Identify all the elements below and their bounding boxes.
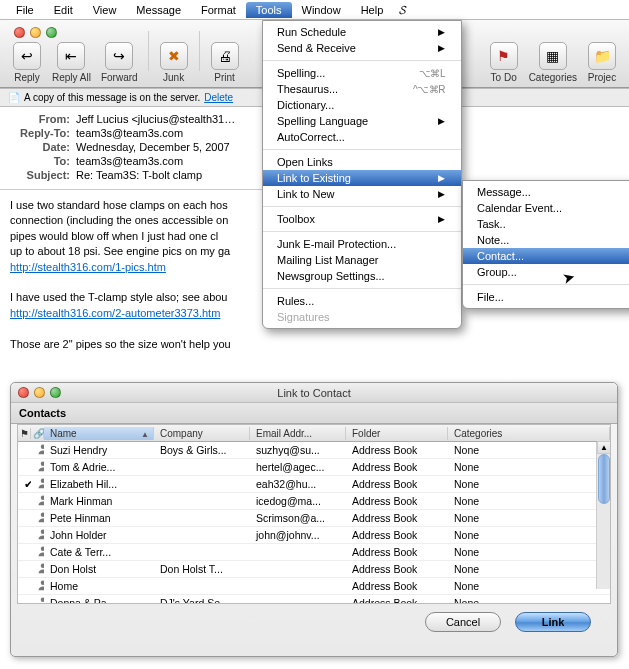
menu-file[interactable]: File xyxy=(6,2,44,18)
cell-flag xyxy=(18,500,31,502)
table-row[interactable]: Pete HinmanScrimson@a...Address BookNone xyxy=(18,510,610,527)
body-line: I have used the T-clamp style also; see … xyxy=(10,291,227,303)
column-company[interactable]: Company xyxy=(154,427,250,440)
menu-signatures[interactable]: Signatures xyxy=(263,309,461,325)
vertical-scrollbar[interactable]: ▲ xyxy=(596,442,610,589)
table-row[interactable]: Suzi HendryBoys & Girls...suzhyq@su...Ad… xyxy=(18,442,610,459)
table-row[interactable]: Tom & Adrie...hertel@agec...Address Book… xyxy=(18,459,610,476)
todo-button[interactable]: ⚑ To Do xyxy=(485,40,523,85)
cell-categories: None xyxy=(448,511,610,525)
column-folder[interactable]: Folder xyxy=(346,427,448,440)
submenu-calendar-event[interactable]: Calendar Event... xyxy=(463,200,629,216)
cell-name: Home xyxy=(44,579,154,593)
submenu-arrow-icon: ▶ xyxy=(438,214,445,224)
tools-menu-dropdown: Run Schedule▶ Send & Receive▶ Spelling..… xyxy=(262,20,462,329)
table-row[interactable]: HomeAddress BookNone xyxy=(18,578,610,595)
menu-run-schedule[interactable]: Run Schedule▶ xyxy=(263,24,461,40)
categories-button[interactable]: ▦ Categories xyxy=(525,40,581,85)
menu-help[interactable]: Help xyxy=(351,2,394,18)
cell-email: eah32@hu... xyxy=(250,477,346,491)
column-email[interactable]: Email Addr... xyxy=(250,427,346,440)
scroll-thumb[interactable] xyxy=(598,454,610,504)
print-button[interactable]: 🖨 Print xyxy=(206,40,244,85)
table-row[interactable]: John Holderjohn@johnv...Address BookNone xyxy=(18,527,610,544)
menu-view[interactable]: View xyxy=(83,2,127,18)
reply-all-button[interactable]: ⇤ Reply All xyxy=(48,40,95,85)
submenu-arrow-icon: ▶ xyxy=(438,43,445,53)
cell-email xyxy=(250,602,346,604)
menu-tools[interactable]: Tools xyxy=(246,2,292,18)
menu-format[interactable]: Format xyxy=(191,2,246,18)
submenu-note[interactable]: Note... xyxy=(463,232,629,248)
menu-dictionary[interactable]: Dictionary... xyxy=(263,97,461,113)
menu-send-receive[interactable]: Send & Receive▶ xyxy=(263,40,461,56)
cell-email xyxy=(250,585,346,587)
close-button[interactable] xyxy=(18,387,29,398)
delete-from-server-link[interactable]: Delete xyxy=(204,92,233,103)
menu-junk-protection[interactable]: Junk E-mail Protection... xyxy=(263,236,461,252)
menu-thesaurus[interactable]: Thesaurus...^⌥⌘R xyxy=(263,81,461,97)
scroll-up-button[interactable]: ▲ xyxy=(597,441,611,454)
junk-button[interactable]: ✖︎ Junk xyxy=(155,40,193,85)
cell-company xyxy=(154,585,250,587)
table-row[interactable]: Mark Hinmanicedog@ma...Address BookNone xyxy=(18,493,610,510)
date-value: Wednesday, December 5, 2007 xyxy=(76,141,230,153)
script-menu-icon[interactable]: 𝓢 xyxy=(399,3,406,17)
menu-separator xyxy=(263,206,461,207)
submenu-message[interactable]: Message... xyxy=(463,184,629,200)
cell-folder: Address Book xyxy=(346,528,448,542)
submenu-contact[interactable]: Contact... xyxy=(463,248,629,264)
junk-icon: ✖︎ xyxy=(160,42,188,70)
menu-rules[interactable]: Rules... xyxy=(263,293,461,309)
column-flag[interactable]: ⚑ xyxy=(18,428,31,439)
menu-newsgroup-settings[interactable]: Newsgroup Settings... xyxy=(263,268,461,284)
menu-mailing-list[interactable]: Mailing List Manager xyxy=(263,252,461,268)
column-link[interactable]: 🔗 xyxy=(31,428,44,439)
projects-button[interactable]: 📁 Projec xyxy=(583,40,621,85)
forward-button[interactable]: ↪︎ Forward xyxy=(97,40,142,85)
table-row[interactable]: Don HolstDon Holst T...Address BookNone xyxy=(18,561,610,578)
cell-flag xyxy=(18,449,31,451)
close-button[interactable] xyxy=(14,27,25,38)
cell-company xyxy=(154,500,250,502)
cell-categories: None xyxy=(448,562,610,576)
menu-spelling-language[interactable]: Spelling Language▶ xyxy=(263,113,461,129)
table-row[interactable]: Donna & PaDJ's Yard SeAddress BookNone xyxy=(18,595,610,604)
column-categories[interactable]: Categories xyxy=(448,427,610,440)
menu-autocorrect[interactable]: AutoCorrect... xyxy=(263,129,461,145)
cell-company xyxy=(154,466,250,468)
submenu-file[interactable]: File... xyxy=(463,289,629,305)
minimize-button[interactable] xyxy=(30,27,41,38)
menu-message[interactable]: Message xyxy=(126,2,191,18)
cell-email: icedog@ma... xyxy=(250,494,346,508)
contacts-table: ⚑ 🔗 Name▲ Company Email Addr... Folder C… xyxy=(17,424,611,604)
body-link[interactable]: http://stealth316.com/2-autometer3373.ht… xyxy=(10,307,220,319)
menu-open-links[interactable]: Open Links xyxy=(263,154,461,170)
cancel-button[interactable]: Cancel xyxy=(425,612,501,632)
menu-link-to-new[interactable]: Link to New▶ xyxy=(263,186,461,202)
cell-link xyxy=(31,510,44,526)
table-row[interactable]: ✔Elizabeth Hil...eah32@hu...Address Book… xyxy=(18,476,610,493)
toolbar-separator xyxy=(148,31,149,71)
link-button[interactable]: Link xyxy=(515,612,591,632)
contacts-section-header: Contacts xyxy=(11,403,617,424)
cell-flag xyxy=(18,466,31,468)
sort-asc-icon: ▲ xyxy=(141,430,149,439)
body-link[interactable]: http://stealth316.com/1-pics.htm xyxy=(10,261,166,273)
submenu-task[interactable]: Task.. xyxy=(463,216,629,232)
table-row[interactable]: Cate & Terr...Address BookNone xyxy=(18,544,610,561)
menu-toolbox[interactable]: Toolbox▶ xyxy=(263,211,461,227)
menu-window[interactable]: Window xyxy=(292,2,351,18)
person-icon xyxy=(37,460,44,472)
zoom-button[interactable] xyxy=(46,27,57,38)
menu-spelling[interactable]: Spelling...⌥⌘L xyxy=(263,65,461,81)
zoom-button[interactable] xyxy=(50,387,61,398)
submenu-group[interactable]: Group... xyxy=(463,264,629,280)
column-name[interactable]: Name▲ xyxy=(44,427,154,440)
minimize-button[interactable] xyxy=(34,387,45,398)
reply-button[interactable]: ↩︎ Reply xyxy=(8,40,46,85)
menu-link-to-existing[interactable]: Link to Existing▶ xyxy=(263,170,461,186)
cell-categories: None xyxy=(448,477,610,491)
cell-folder: Address Book xyxy=(346,477,448,491)
menu-edit[interactable]: Edit xyxy=(44,2,83,18)
